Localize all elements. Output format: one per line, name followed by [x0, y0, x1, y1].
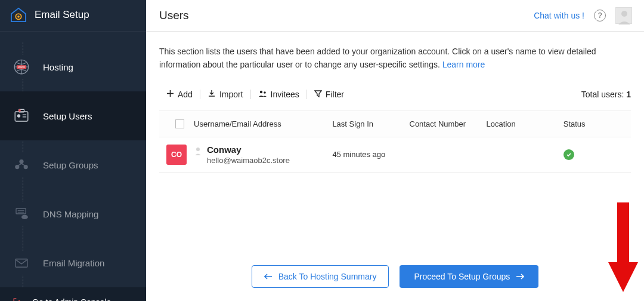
topbar-right: Chat with us ! ?: [534, 7, 632, 24]
user-cell: Conway hello@waimaob2c.store: [194, 145, 332, 165]
svg-point-21: [196, 148, 200, 151]
arrow-right-icon: [516, 272, 524, 281]
filter-button[interactable]: Filter: [307, 87, 351, 102]
last-sign-in-cell: 45 minutes ago: [332, 150, 409, 159]
page-title: Users: [159, 9, 189, 22]
sidebar: Email Setup WWW Hosting: [0, 0, 146, 301]
avatar[interactable]: [615, 7, 632, 24]
sidebar-item-email-migration[interactable]: Email Migration: [0, 238, 146, 287]
arrow-left-icon: [264, 272, 273, 281]
add-label: Add: [178, 90, 193, 99]
brand-icon: [10, 7, 27, 23]
envelope-icon: [10, 251, 33, 275]
import-icon: [208, 90, 216, 100]
learn-more-link[interactable]: Learn more: [442, 60, 485, 69]
main-area: Users Chat with us ! ? This section list…: [146, 0, 644, 301]
content: This section lists the users that have b…: [146, 32, 644, 301]
proceed-button[interactable]: Proceed To Setup Groups: [400, 265, 538, 288]
status-active-icon: [564, 149, 574, 160]
users-toolbar: Add Import Invitees Filter: [159, 87, 631, 102]
sidebar-item-setup-groups[interactable]: Setup Groups: [0, 140, 146, 189]
exit-icon: [11, 296, 24, 301]
intro-text: This section lists the users that have b…: [159, 45, 631, 72]
svg-point-7: [17, 114, 20, 117]
total-count: 1: [626, 90, 631, 99]
column-status: Status: [564, 119, 625, 128]
sidebar-item-setup-users[interactable]: Setup Users: [0, 91, 146, 140]
svg-rect-14: [16, 208, 26, 214]
svg-point-18: [621, 11, 627, 17]
sidebar-item-label: Hosting: [43, 62, 73, 72]
footer-buttons: Back To Hosting Summary Proceed To Setup…: [146, 265, 644, 288]
go-to-admin-console-link[interactable]: Go to Admin Console: [0, 287, 146, 301]
id-card-icon: [10, 104, 33, 128]
filter-label: Filter: [326, 90, 344, 99]
svg-text:WWW: WWW: [18, 66, 25, 69]
globe-icon: WWW: [10, 55, 33, 79]
proceed-label: Proceed To Setup Groups: [414, 272, 510, 281]
user-initials-avatar: CO: [166, 145, 187, 165]
filter-icon: [314, 90, 322, 99]
user-name[interactable]: Conway: [207, 145, 290, 155]
back-button[interactable]: Back To Hosting Summary: [252, 265, 389, 288]
svg-point-20: [264, 91, 266, 94]
chat-with-us-link[interactable]: Chat with us !: [534, 11, 584, 20]
toolbar-left: Add Import Invitees Filter: [159, 87, 351, 102]
import-label: Import: [219, 90, 243, 99]
invitees-button[interactable]: Invitees: [251, 87, 306, 102]
column-username: Username/Email Address: [194, 119, 332, 128]
select-all-cell: [165, 119, 194, 128]
intro-body: This section lists the users that have b…: [159, 47, 596, 69]
sidebar-nav: WWW Hosting Setup Users: [0, 32, 146, 287]
table-header: Username/Email Address Last Sign In Cont…: [159, 110, 631, 137]
column-last-sign-in: Last Sign In: [332, 119, 409, 128]
sidebar-header: Email Setup: [0, 0, 146, 32]
svg-point-11: [19, 159, 23, 164]
groups-icon: [10, 153, 33, 177]
sidebar-item-label: Email Migration: [43, 258, 104, 268]
back-label: Back To Hosting Summary: [278, 272, 377, 281]
sidebar-item-label: Setup Users: [43, 111, 92, 121]
total-label: Total users:: [581, 90, 626, 99]
svg-rect-5: [15, 112, 28, 121]
column-contact: Contact Number: [410, 119, 487, 128]
select-all-checkbox[interactable]: [175, 119, 184, 128]
total-users: Total users: 1: [581, 90, 631, 99]
topbar: Users Chat with us ! ?: [146, 0, 644, 32]
user-info: Conway hello@waimaob2c.store: [207, 145, 290, 165]
user-email: hello@waimaob2c.store: [207, 156, 290, 165]
invitees-label: Invitees: [271, 90, 299, 99]
sidebar-item-dns-mapping[interactable]: DNS Mapping: [0, 189, 146, 238]
person-icon: [194, 146, 202, 158]
svg-rect-17: [16, 259, 27, 268]
dns-icon: [10, 202, 33, 226]
admin-link-label: Go to Admin Console: [32, 297, 111, 301]
help-icon[interactable]: ?: [594, 10, 606, 22]
plus-icon: [166, 90, 174, 99]
row-avatar-wrap: CO: [165, 145, 194, 165]
sidebar-title: Email Setup: [35, 9, 89, 21]
table-row[interactable]: CO Conway hello@waimaob2c.store 45 minut…: [159, 137, 631, 173]
svg-point-1: [17, 16, 20, 18]
svg-point-10: [18, 109, 21, 112]
invitees-icon: [258, 90, 267, 100]
column-location: Location: [487, 119, 564, 128]
sidebar-item-label: Setup Groups: [43, 160, 98, 170]
svg-point-19: [259, 91, 262, 93]
sidebar-item-hosting[interactable]: WWW Hosting: [0, 42, 146, 91]
sidebar-item-label: DNS Mapping: [43, 209, 98, 219]
status-cell: [564, 149, 625, 160]
add-button[interactable]: Add: [159, 87, 200, 102]
import-button[interactable]: Import: [200, 87, 250, 102]
